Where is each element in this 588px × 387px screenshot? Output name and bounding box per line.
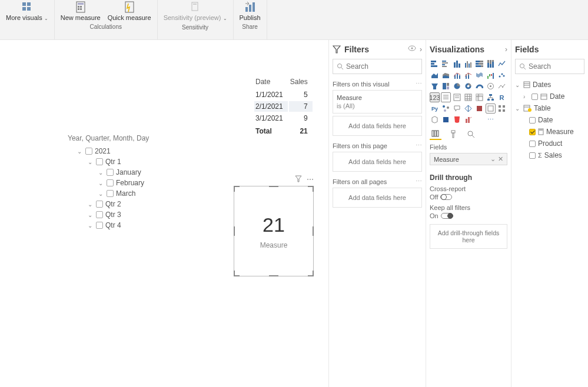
slicer-quarter[interactable]: Qtr 1: [68, 156, 232, 167]
checkbox[interactable]: [96, 201, 103, 208]
chevron-down-icon[interactable]: [76, 148, 83, 155]
analytics-tab-icon[interactable]: [465, 128, 477, 140]
checkbox[interactable]: [96, 211, 103, 218]
viz-kpi-icon[interactable]: [497, 81, 507, 91]
fields-tab-icon[interactable]: [430, 128, 441, 140]
more-options-icon[interactable]: ⋯: [416, 80, 422, 88]
chevron-down-icon[interactable]: [87, 212, 94, 218]
slicer-quarter[interactable]: Qtr 2: [68, 199, 232, 209]
viz-stacked-area-icon[interactable]: [441, 70, 451, 80]
table-row[interactable]: 3/1/2021 9: [254, 113, 313, 124]
chevron-down-icon[interactable]: [97, 191, 104, 197]
viz-custom2-icon[interactable]: [474, 115, 484, 125]
filters-page-dropzone[interactable]: Add data fields here: [333, 152, 422, 172]
viz-stacked-bar-icon[interactable]: [430, 59, 440, 69]
field-product[interactable]: Product: [515, 138, 584, 149]
field-date-hierarchy[interactable]: Date: [515, 91, 584, 102]
resize-handle[interactable]: [269, 275, 278, 276]
viz-scatter-icon[interactable]: [497, 70, 507, 80]
filters-visual-dropzone[interactable]: Add data fields here: [333, 116, 422, 136]
viz-area-icon[interactable]: [430, 70, 440, 80]
sensitivity-button[interactable]: Sensitivity (preview) ⌄: [160, 0, 231, 23]
viz-paginated-icon[interactable]: [486, 104, 496, 114]
chevron-down-icon[interactable]: [87, 201, 94, 208]
filters-search-input[interactable]: [346, 62, 434, 71]
viz-clustered-bar-icon[interactable]: [441, 59, 451, 69]
publish-button[interactable]: Publish: [236, 0, 264, 22]
checkbox[interactable]: [107, 190, 114, 197]
collapse-pane-icon[interactable]: ›: [420, 45, 422, 54]
viz-funnel-icon[interactable]: [430, 81, 440, 91]
table-row[interactable]: 1/1/2021 5: [254, 89, 313, 100]
viz-donut-icon[interactable]: [463, 81, 473, 91]
col-header-date[interactable]: Date: [254, 76, 288, 88]
checkbox[interactable]: [531, 94, 538, 100]
viz-arcgis-icon[interactable]: [463, 104, 473, 114]
more-options-icon[interactable]: ⋯: [416, 178, 422, 185]
chevron-down-icon[interactable]: [97, 180, 104, 186]
slicer-quarter[interactable]: Qtr 3: [68, 209, 232, 220]
viz-matrix-icon[interactable]: [474, 92, 484, 102]
viz-treemap-icon[interactable]: [441, 81, 451, 91]
slicer-month[interactable]: January: [68, 167, 232, 178]
viz-waterfall-icon[interactable]: [486, 70, 496, 80]
chevron-down-icon[interactable]: [515, 82, 521, 88]
resize-handle[interactable]: [308, 186, 314, 192]
table-visual[interactable]: Date Sales 1/1/2021 5 2/1/2021 7 3/1/202…: [253, 75, 314, 138]
viz-stacked-column-icon[interactable]: [452, 59, 462, 69]
field-date[interactable]: Date: [515, 114, 584, 126]
viz-table-icon[interactable]: [463, 92, 473, 102]
viz-100-bar-icon[interactable]: [474, 59, 484, 69]
viz-r-icon[interactable]: R: [497, 92, 507, 102]
fields-search[interactable]: [515, 59, 584, 74]
resize-handle[interactable]: [234, 271, 240, 276]
viz-more-icon[interactable]: [497, 104, 507, 114]
viz-line-column-icon[interactable]: [452, 70, 462, 80]
viz-sparkline-icon[interactable]: [486, 81, 496, 91]
checkbox[interactable]: [529, 152, 536, 159]
filter-card-measure[interactable]: Measure is (All): [333, 90, 422, 114]
field-measure[interactable]: Measure: [515, 126, 584, 138]
keep-filters-toggle[interactable]: On: [430, 212, 453, 219]
chevron-down-icon[interactable]: [97, 169, 104, 176]
resize-handle[interactable]: [269, 186, 278, 187]
viz-decomposition-icon[interactable]: [430, 115, 440, 125]
field-sales[interactable]: Σ Sales: [515, 149, 584, 161]
checkbox[interactable]: [96, 222, 103, 229]
viz-python-icon[interactable]: Py: [430, 104, 440, 114]
viz-powerapps-icon[interactable]: [474, 104, 484, 114]
viz-smart-narrative-icon[interactable]: [441, 115, 451, 125]
checkbox[interactable]: [107, 179, 114, 186]
viz-tree-chart-icon[interactable]: [486, 92, 496, 102]
chevron-down-icon[interactable]: [87, 222, 94, 229]
more-options-icon[interactable]: ⋯: [416, 142, 422, 149]
collapse-pane-icon[interactable]: ›: [505, 45, 507, 54]
resize-handle[interactable]: [313, 226, 314, 236]
chevron-down-icon[interactable]: [515, 105, 521, 112]
resize-handle[interactable]: [234, 226, 235, 236]
new-measure-button[interactable]: New measure: [57, 0, 104, 22]
slicer-visual[interactable]: Year, Quarter, Month, Day 2021 Qtr 1 Jan…: [68, 134, 232, 231]
more-options-icon[interactable]: ⋯: [307, 175, 314, 184]
viz-multirow-card-icon[interactable]: [441, 92, 451, 102]
chevron-down-icon[interactable]: [87, 159, 94, 165]
remove-field-icon[interactable]: ✕: [498, 155, 503, 163]
checkbox[interactable]: [529, 141, 536, 147]
viz-qna-icon[interactable]: [452, 104, 462, 114]
viz-line-icon[interactable]: [497, 59, 507, 69]
drill-through-dropzone[interactable]: Add drill-through fields here: [430, 224, 507, 249]
field-well-measure[interactable]: Measure ⌄ ✕: [430, 153, 507, 165]
viz-ellipsis-icon[interactable]: ⋯: [486, 115, 496, 125]
table-node-dates[interactable]: Dates: [515, 79, 584, 91]
table-row[interactable]: 2/1/2021 7: [254, 101, 313, 112]
viz-pie-icon[interactable]: [452, 81, 462, 91]
report-canvas[interactable]: Date Sales 1/1/2021 5 2/1/2021 7 3/1/202…: [0, 40, 329, 387]
viz-slicer-icon[interactable]: [452, 92, 462, 102]
chevron-down-icon[interactable]: ⌄: [490, 155, 496, 163]
checkbox[interactable]: [96, 158, 103, 165]
table-node-table[interactable]: Table: [515, 102, 584, 114]
checkbox[interactable]: [529, 117, 536, 124]
chevron-right-icon[interactable]: [523, 94, 529, 100]
viz-key-influencers-icon[interactable]: [441, 104, 451, 114]
more-visuals-button[interactable]: More visuals ⌄: [2, 0, 52, 23]
